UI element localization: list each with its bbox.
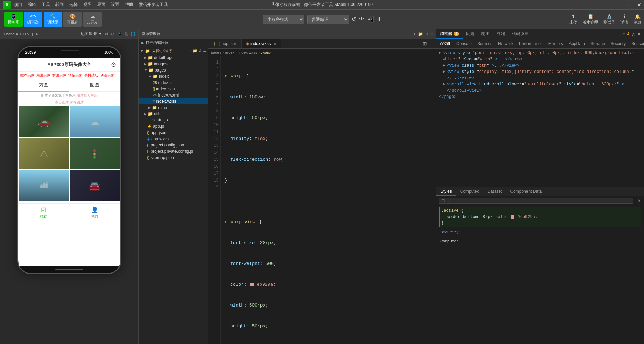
screenshot-btn[interactable]: 热画截 开 ▼	[81, 31, 102, 36]
cls-badge[interactable]: .cls	[636, 199, 642, 203]
terminal-tab[interactable]: 终端	[493, 29, 508, 39]
tree-item-mine[interactable]: ▶ 📁 mine	[139, 104, 208, 111]
more-editor-icon[interactable]: ···	[429, 41, 433, 47]
nav-anime[interactable]: 动漫头像	[100, 73, 114, 78]
compile-select[interactable]: 普通编译自定义编译	[307, 15, 349, 24]
tree-item-project-private[interactable]: {} project.private.config.js...	[139, 148, 208, 154]
tree-item-images[interactable]: ▶ 📁 images	[139, 61, 208, 67]
panel-close-btn[interactable]: ∧	[632, 31, 635, 37]
tree-item-index-js[interactable]: JS index.js	[139, 79, 208, 86]
menu-help[interactable]: 帮助	[125, 2, 133, 8]
menu-edit[interactable]: 编辑	[28, 2, 36, 8]
quality-tab[interactable]: 代码质量	[508, 29, 532, 39]
tab-app-json[interactable]: {} { } app.json	[208, 39, 242, 48]
menu-settings[interactable]: 设置	[111, 2, 119, 8]
tab-round[interactable]: 圆图	[69, 79, 120, 91]
cloud-button[interactable]: ☁ 云开发	[83, 12, 102, 27]
menu-select[interactable]: 选择	[69, 2, 78, 8]
styles-tab-computed[interactable]: Computed	[456, 187, 483, 196]
tab-close-icon[interactable]: ✕	[274, 42, 276, 46]
tree-item-index-wxml[interactable]: <> index.wxml	[139, 92, 208, 98]
debugger-tab-main[interactable]: 调试器 4	[436, 29, 463, 39]
computed-section: Computed	[439, 237, 641, 245]
code-content[interactable]: ▼ .warp { width: 100vw; height: 50rpx; d…	[221, 56, 436, 344]
phone-size-icon[interactable]: 📱	[117, 32, 122, 36]
tree-item-index-json[interactable]: {} index.json	[139, 86, 208, 92]
debugger-button[interactable]: 🔧 调试器	[44, 12, 62, 27]
tree-item-index-wxss[interactable]: # index.wxss	[139, 98, 208, 104]
inspector-security-tab[interactable]: Security	[608, 39, 628, 48]
tab-square[interactable]: 方图	[18, 79, 69, 92]
close-button[interactable]: ✕	[637, 2, 641, 8]
inspector-sensor-tab[interactable]: Sensor	[628, 39, 644, 48]
inspector-console-tab[interactable]: Console	[454, 39, 474, 48]
styles-tab-styles[interactable]: Styles	[436, 187, 456, 196]
tree-item-project-config[interactable]: {} project.config.json	[139, 142, 208, 148]
refresh-button[interactable]: ↺	[352, 16, 356, 23]
nav-recommend[interactable]: 推荐头像	[20, 73, 34, 78]
upload-label[interactable]: 上传	[569, 20, 577, 25]
copy-icon[interactable]: ⎘	[125, 32, 128, 36]
new-folder-icon[interactable]: 📁	[418, 32, 423, 36]
detail-label[interactable]: 详情	[620, 20, 628, 25]
styles-tab-component[interactable]: Component Data	[506, 187, 546, 196]
issues-tab[interactable]: 问题	[463, 29, 478, 39]
tree-item-index-folder[interactable]: ▼ 📁 index	[139, 73, 208, 79]
panel-settings-btn[interactable]: ✕	[637, 31, 641, 37]
editor-button[interactable]: </> 编辑器	[24, 12, 42, 27]
inspector-performance-tab[interactable]: Performance	[516, 39, 546, 48]
tree-item-utils[interactable]: ▶ 📁 utils	[139, 111, 208, 117]
inspector-network-tab[interactable]: Network	[495, 39, 516, 48]
styles-filter-input[interactable]	[439, 198, 633, 204]
inspector-sources-tab[interactable]: Sources	[474, 39, 495, 48]
tree-item-app-js[interactable]: ⚡ app.js	[139, 123, 208, 129]
nav-male[interactable]: 男生头像	[36, 73, 50, 78]
realtest-icon-button[interactable]: 📲	[367, 16, 374, 23]
tabbar-recommend[interactable]: ☑ 推荐	[18, 204, 69, 221]
styles-tab-dataset[interactable]: Dataset	[483, 187, 506, 196]
new-file-icon[interactable]: +	[413, 32, 416, 36]
test-label[interactable]: 测试号	[603, 20, 615, 25]
tree-item-eslint[interactable]: · .eslintrc.js	[139, 117, 208, 123]
root-folder-label[interactable]: 头像小程序...	[152, 48, 176, 54]
menu-interface[interactable]: 界面	[97, 2, 105, 8]
web-icon[interactable]: 🌐	[130, 32, 136, 36]
inspector-appdata-tab[interactable]: AppData	[566, 39, 588, 48]
split-editor-icon[interactable]: ⊞	[423, 41, 427, 47]
menu-project[interactable]: 项目	[14, 2, 22, 8]
msg-label[interactable]: 消息	[634, 20, 641, 25]
maximize-button[interactable]: □	[632, 2, 634, 7]
upload-icon-button[interactable]: ⬆	[377, 16, 381, 23]
preview-icon-button[interactable]: 👁	[359, 16, 364, 23]
refresh-tree-icon[interactable]: ↺	[425, 32, 429, 36]
tree-item-pages[interactable]: ▼ 📁 pages	[139, 67, 208, 73]
open-editors-label[interactable]: 打开的编辑器	[146, 40, 169, 45]
tree-item-app-json[interactable]: {} app.json	[139, 129, 208, 136]
version-label[interactable]: 版本管理	[583, 20, 598, 25]
visual-button[interactable]: 🎨 可视化	[63, 12, 82, 27]
tab-index-wxss[interactable]: ◈ index.wxss ✕	[242, 39, 281, 48]
nav-female[interactable]: 女生头像	[52, 73, 66, 78]
mode-select[interactable]: 小程序模式插件模式	[263, 15, 304, 24]
tree-item-detailPage[interactable]: ▶ 📁 detailPage	[139, 54, 208, 61]
inspector-storage-tab[interactable]: Storage	[588, 39, 608, 48]
image-link[interactable]: 点击图片 保存图片	[55, 100, 84, 104]
tabbar-mine[interactable]: 👤 我的	[69, 204, 120, 221]
home-icon[interactable]: ⊙	[111, 32, 114, 36]
menu-goto[interactable]: 转到	[55, 2, 64, 8]
menu-tools[interactable]: 工具	[42, 2, 50, 8]
label-index-js: index.js	[158, 80, 172, 85]
inspector-memory-tab[interactable]: Memory	[546, 39, 566, 48]
inspector-wxml-tab[interactable]: Wxml	[436, 39, 454, 48]
menu-view[interactable]: 视图	[83, 2, 92, 8]
simulator-button[interactable]: 📱 模拟器	[4, 12, 23, 27]
output-tab[interactable]: 输出	[478, 29, 493, 39]
rotate-icon[interactable]: ↺	[105, 32, 108, 36]
tree-item-app-wxss[interactable]: ◈ app.wxss	[139, 136, 208, 142]
nav-couple[interactable]: 情侣头像	[68, 73, 82, 78]
collapse-tree-icon[interactable]: ≡	[431, 32, 433, 36]
menu-wechat-dev[interactable]: 微信开发者工具	[139, 2, 168, 8]
minimize-button[interactable]: ─	[626, 2, 629, 8]
nav-wallpaper[interactable]: 手机壁纸	[84, 73, 98, 78]
tree-item-sitemap[interactable]: {} sitemap.json	[139, 154, 208, 161]
